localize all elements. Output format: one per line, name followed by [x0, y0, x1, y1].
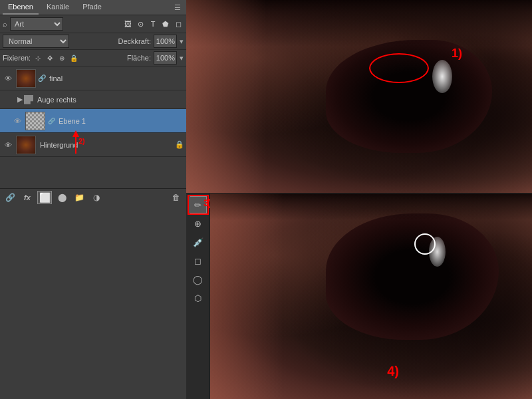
layer-name-final: final	[47, 74, 185, 82]
bottom-photo: ✏ ⊕ 💉 ◻ ◯ ⬡ 3)	[186, 194, 532, 399]
layers-list: 👁 🔗 final ▶ Auge rechts 👁	[0, 66, 186, 157]
adjust-icon[interactable]: ⊙	[135, 19, 146, 29]
fix-label: Fixieren:	[3, 54, 31, 62]
tool-blur[interactable]: ◯	[190, 271, 207, 288]
layer-name-group: Auge rechts	[33, 96, 185, 104]
fill-label: Fläche:	[127, 54, 151, 62]
new-layer-button[interactable]: ⬜	[37, 191, 52, 204]
opacity-input[interactable]	[154, 35, 177, 48]
thumb-eye-hg	[17, 136, 35, 154]
layer-thumb-ebene1	[25, 112, 45, 130]
tool-dropper[interactable]: 💉	[190, 233, 207, 251]
fix-pos-icon[interactable]: ⊹	[33, 53, 43, 63]
adjustment-button[interactable]: ◑	[89, 191, 104, 204]
layer-name-ebene1: Ebene 1	[56, 117, 185, 125]
svg-marker-1	[72, 130, 79, 137]
fill-input[interactable]	[154, 51, 177, 65]
layer-row-hintergrund[interactable]: 👁 Hintergrund 🔒	[0, 133, 186, 157]
link-button[interactable]: 🔗	[3, 191, 17, 204]
shape-icon[interactable]: ⬟	[160, 19, 171, 29]
mask-button[interactable]: ⬤	[55, 191, 69, 204]
layer-thumb-group	[24, 95, 33, 104]
opacity-dropdown-icon[interactable]: ▾	[180, 37, 184, 46]
eye-photo-bg-bottom: 4)	[210, 194, 532, 399]
opacity-row: Deckkraft: ▾	[118, 35, 184, 48]
fix-transform-icon[interactable]: ⊕	[57, 53, 66, 63]
layers-panel: Ebenen Kanäle Pfade ☰ ⌕ Art 🖼 ⊙ T	[0, 0, 186, 399]
photo-filter-icon[interactable]: 🖼	[122, 19, 133, 29]
layer-lock-icon: 🔒	[174, 140, 185, 150]
tool-dodge[interactable]: ⬡	[190, 289, 207, 307]
skin-left-bottom	[210, 194, 283, 399]
fix-row: Fixieren: ⊹ ✥ ⊕ 🔒 Fläche: ▾	[0, 50, 186, 66]
layer-visibility-group[interactable]	[4, 88, 17, 112]
red-oval-annotation	[369, 53, 429, 83]
annotation-2: 2)	[78, 137, 85, 145]
annotation-1: 1)	[452, 47, 462, 61]
group-expand-icon[interactable]: ▶	[17, 95, 23, 104]
filter-toolbar: ⌕ Art 🖼 ⊙ T ⬟ ◻	[0, 15, 186, 33]
eye-dark-area-bottom	[326, 213, 499, 340]
annotation-4: 4)	[387, 364, 399, 379]
cursor-circle	[414, 233, 436, 255]
fix-move-icon[interactable]: ✥	[45, 53, 55, 63]
filter-label: ⌕	[3, 20, 7, 28]
main-container: Ebenen Kanäle Pfade ☰ ⌕ Art 🖼 ⊙ T	[0, 0, 532, 399]
smart-icon[interactable]: ◻	[173, 19, 184, 29]
layer-visibility-hg[interactable]: 👁	[1, 133, 15, 157]
tab-kanaele[interactable]: Kanäle	[41, 0, 74, 15]
layer-visibility-ebene1[interactable]: 👁	[11, 109, 24, 133]
tool-stamp[interactable]: ⊕	[190, 215, 207, 232]
filter-select[interactable]: Art	[10, 17, 63, 31]
layer-thumb-hg	[16, 136, 36, 154]
fx-button[interactable]: fx	[20, 191, 35, 204]
tab-pfade[interactable]: Pfade	[77, 0, 107, 15]
layer-thumb-final	[16, 69, 36, 88]
tool-eraser[interactable]: ◻	[190, 252, 207, 269]
thumb-eye-img	[17, 70, 35, 87]
fill-dropdown-icon[interactable]: ▾	[180, 54, 184, 63]
blend-row: Normal Deckkraft: ▾	[0, 33, 186, 50]
layer-link-ebene1[interactable]: 🔗	[47, 118, 56, 124]
tool-sidebar: ✏ ⊕ 💉 ◻ ◯ ⬡ 3)	[186, 194, 210, 399]
bottom-photo-content: 4)	[210, 194, 532, 399]
layer-visibility-final[interactable]: 👁	[1, 66, 15, 90]
eye-highlight	[432, 60, 452, 93]
text-icon[interactable]: T	[148, 19, 158, 29]
panel-bottom-buttons: 🔗 fx ⬜ ⬤ 📁 ◑ 🗑	[0, 188, 186, 206]
skin-left	[186, 0, 266, 193]
panel-menu-icon[interactable]: ☰	[172, 3, 184, 12]
layer-row-ebene1[interactable]: 👁 🔗 Ebene 1 2)	[0, 109, 186, 133]
eye-photo-bg-top: 1)	[186, 0, 532, 193]
top-photo: 1)	[186, 0, 532, 193]
panel-tabs: Ebenen Kanäle Pfade ☰	[0, 0, 186, 15]
blend-mode-select[interactable]: Normal	[3, 35, 69, 48]
red-arrow-annotation: 2)	[72, 130, 80, 154]
thumb-transparent	[26, 112, 45, 130]
right-area: 1) ✏ ⊕ 💉 ◻ ◯ ⬡ 3)	[186, 0, 532, 399]
fix-lock-icon[interactable]: 🔒	[69, 53, 78, 63]
opacity-label: Deckkraft:	[118, 37, 151, 45]
layer-link-final[interactable]: 🔗	[37, 74, 47, 82]
toolbar-icons: 🖼 ⊙ T ⬟ ◻	[122, 19, 184, 29]
folder-button[interactable]: 📁	[72, 191, 86, 204]
layer-row[interactable]: 👁 🔗 final	[0, 66, 186, 90]
layer-row-group[interactable]: ▶ Auge rechts	[0, 90, 186, 109]
tab-ebenen[interactable]: Ebenen	[3, 0, 39, 15]
layer-name-hg: Hintergrund	[37, 141, 174, 149]
trash-button[interactable]: 🗑	[169, 191, 184, 204]
